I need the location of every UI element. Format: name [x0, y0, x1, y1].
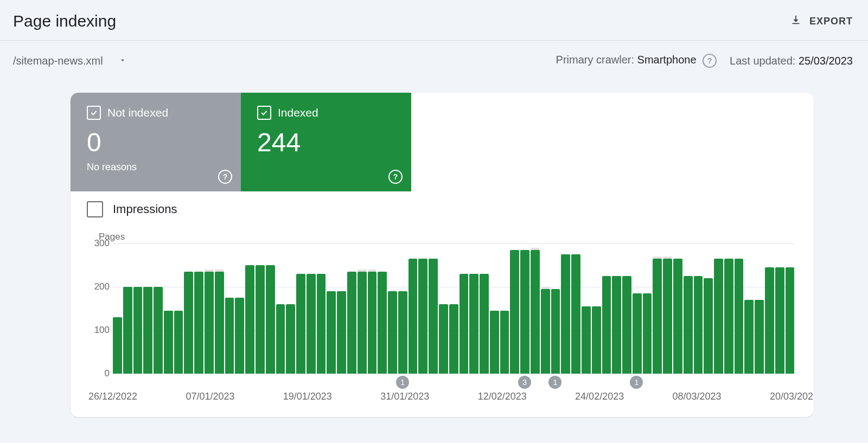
- bar-column[interactable]: [653, 243, 662, 374]
- bar-column[interactable]: [245, 243, 254, 374]
- help-icon[interactable]: ?: [703, 54, 717, 68]
- bar-column[interactable]: [123, 243, 132, 374]
- event-marker[interactable]: 3: [518, 376, 531, 389]
- card-not-indexed-sub: No reasons: [87, 162, 228, 173]
- main-panel: Not indexed 0 No reasons ? Indexed 244 ?…: [71, 93, 814, 417]
- bar-column[interactable]: [113, 243, 122, 374]
- bar-column[interactable]: [164, 243, 173, 374]
- bar-column[interactable]: [510, 243, 519, 374]
- bar-column[interactable]: [276, 243, 285, 374]
- bar-column[interactable]: [602, 243, 611, 374]
- last-updated: Last updated: 25/03/2023: [730, 55, 853, 67]
- bar-column[interactable]: [490, 243, 499, 374]
- bar-column[interactable]: [694, 243, 703, 374]
- bar-column[interactable]: [520, 243, 529, 374]
- bar-column[interactable]: [398, 243, 407, 374]
- bar-column[interactable]: [673, 243, 682, 374]
- card-indexed-label: Indexed: [278, 106, 318, 119]
- bar-column[interactable]: [418, 243, 427, 374]
- bar-column[interactable]: [469, 243, 478, 374]
- sitemap-filter-dropdown[interactable]: /sitemap-news.xml: [13, 55, 127, 67]
- help-icon[interactable]: ?: [218, 170, 232, 184]
- bar-column[interactable]: [622, 243, 631, 374]
- help-icon[interactable]: ?: [388, 170, 403, 184]
- bar-column[interactable]: [358, 243, 367, 374]
- bar-column[interactable]: [184, 243, 193, 374]
- xtick-label: 31/01/2023: [380, 391, 429, 402]
- ytick-label: 300: [88, 238, 110, 249]
- bar-column[interactable]: [225, 243, 234, 374]
- bar-column[interactable]: [531, 243, 540, 374]
- card-not-indexed[interactable]: Not indexed 0 No reasons ?: [71, 93, 241, 191]
- bar-column[interactable]: [786, 243, 795, 374]
- bar-column[interactable]: [439, 243, 448, 374]
- event-marker[interactable]: 1: [630, 376, 643, 389]
- event-marker[interactable]: 1: [548, 376, 561, 389]
- primary-crawler-value: Smartphone: [637, 54, 697, 66]
- bar-column[interactable]: [256, 243, 265, 374]
- bar-column[interactable]: [174, 243, 183, 374]
- bar-column[interactable]: [317, 243, 326, 374]
- xtick-label: 07/01/2023: [186, 391, 234, 402]
- bar-column[interactable]: [541, 243, 550, 374]
- bar-column[interactable]: [643, 243, 652, 374]
- ytick-label: 0: [88, 368, 110, 379]
- bar-column[interactable]: [429, 243, 438, 374]
- xtick-label: 19/01/2023: [283, 391, 332, 402]
- bar-column[interactable]: [633, 243, 642, 374]
- bar-column[interactable]: [337, 243, 346, 374]
- bar-column[interactable]: [368, 243, 377, 374]
- xtick-label: 08/03/2023: [673, 391, 722, 402]
- impressions-label: Impressions: [113, 202, 177, 216]
- bar-column[interactable]: [582, 243, 591, 374]
- bar-column[interactable]: [143, 243, 152, 374]
- bar-column[interactable]: [735, 243, 744, 374]
- bar-column[interactable]: [775, 243, 784, 374]
- xtick-label: 20/03/2023: [770, 391, 814, 402]
- bar-column[interactable]: [449, 243, 458, 374]
- bar-column[interactable]: [500, 243, 509, 374]
- bar-column[interactable]: [612, 243, 621, 374]
- impressions-checkbox[interactable]: [87, 201, 103, 217]
- bar-column[interactable]: [266, 243, 275, 374]
- bar-column[interactable]: [327, 243, 336, 374]
- bar-column[interactable]: [724, 243, 733, 374]
- bar-column[interactable]: [551, 243, 560, 374]
- bar-column[interactable]: [755, 243, 764, 374]
- last-updated-label: Last updated:: [730, 55, 795, 67]
- xtick-label: 12/02/2023: [478, 391, 527, 402]
- bar-column[interactable]: [480, 243, 489, 374]
- bar-column[interactable]: [592, 243, 601, 374]
- bar-column[interactable]: [347, 243, 356, 374]
- export-button[interactable]: EXPORT: [790, 14, 853, 29]
- bar-column[interactable]: [409, 243, 418, 374]
- bar-column[interactable]: [571, 243, 580, 374]
- bar-column[interactable]: [704, 243, 713, 374]
- bar-column[interactable]: [154, 243, 163, 374]
- xtick-label: 26/12/2022: [88, 391, 137, 402]
- bar-column[interactable]: [388, 243, 397, 374]
- bar-column[interactable]: [235, 243, 244, 374]
- bar-column[interactable]: [459, 243, 469, 374]
- bar-column[interactable]: [684, 243, 693, 374]
- checkbox-checked-icon: [257, 106, 271, 120]
- bar-column[interactable]: [307, 243, 316, 374]
- bar-column[interactable]: [194, 243, 203, 374]
- indexing-chart: 0100200300: [113, 243, 794, 374]
- primary-crawler: Primary crawler: Smartphone ?: [556, 54, 717, 68]
- export-label: EXPORT: [809, 16, 853, 27]
- bar-column[interactable]: [744, 243, 754, 374]
- bar-column[interactable]: [378, 243, 387, 374]
- bar-column[interactable]: [714, 243, 723, 374]
- card-indexed[interactable]: Indexed 244 ?: [241, 93, 411, 191]
- bar-column[interactable]: [133, 243, 143, 374]
- bar-column[interactable]: [205, 243, 214, 374]
- bar-column[interactable]: [296, 243, 305, 374]
- event-marker[interactable]: 1: [396, 376, 409, 389]
- bar-column[interactable]: [663, 243, 672, 374]
- checkbox-checked-icon: [87, 106, 101, 120]
- bar-column[interactable]: [215, 243, 224, 374]
- bar-column[interactable]: [765, 243, 774, 374]
- bar-column[interactable]: [561, 243, 570, 374]
- bar-column[interactable]: [286, 243, 295, 374]
